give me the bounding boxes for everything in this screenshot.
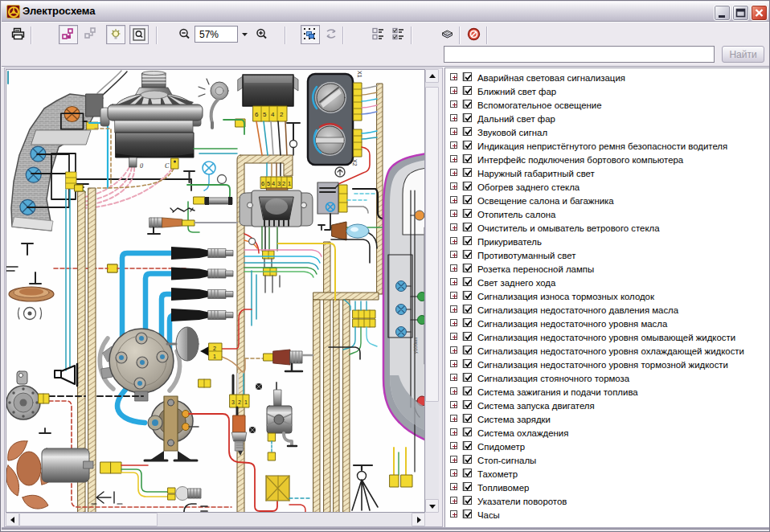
svg-text:1: 1 — [213, 354, 216, 359]
svg-text:4: 4 — [272, 180, 275, 187]
svg-text:3: 3 — [277, 180, 281, 187]
svg-text:2: 2 — [280, 111, 284, 118]
svg-text:2: 2 — [238, 399, 241, 405]
svg-text:X1: X1 — [357, 71, 362, 78]
svg-text:0: 0 — [140, 162, 143, 170]
svg-text:2: 2 — [282, 180, 285, 187]
svg-text:C: C — [165, 162, 170, 170]
svg-text:5: 5 — [267, 180, 270, 187]
svg-text:4: 4 — [271, 111, 275, 118]
svg-text:3: 3 — [231, 399, 235, 405]
svg-text:у100мп: у100мп — [413, 338, 418, 354]
svg-text:5: 5 — [263, 111, 267, 118]
svg-text:6: 6 — [255, 111, 259, 118]
svg-text:1: 1 — [244, 399, 248, 405]
svg-text:X2: X2 — [352, 159, 358, 166]
svg-text:6: 6 — [261, 180, 264, 187]
svg-text:2: 2 — [213, 346, 216, 351]
svg-text:1: 1 — [288, 180, 291, 187]
